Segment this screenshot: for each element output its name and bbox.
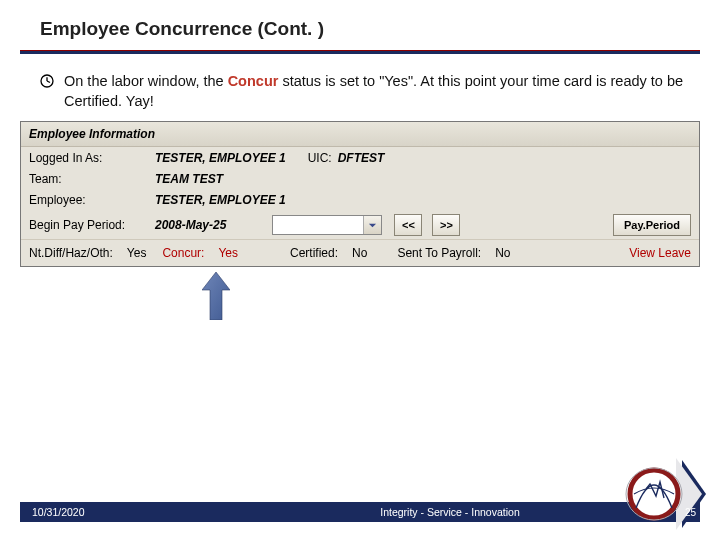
row-logged-in: Logged In As: TESTER, EMPLOYEE 1 UIC: DF… (21, 147, 699, 168)
concur-label: Concur: (162, 246, 204, 260)
pay-period-button[interactable]: Pay.Period (613, 214, 691, 236)
footer-bar: 10/31/2020 Integrity - Service - Innovat… (20, 502, 700, 522)
employee-label: Employee: (29, 193, 149, 207)
payroll-value: No (495, 246, 510, 260)
callout-arrow (202, 272, 230, 320)
pay-period-value: 2008-May-25 (155, 218, 226, 232)
row-team: Team: TEAM TEST (21, 168, 699, 189)
pay-period-dropdown[interactable] (272, 215, 382, 235)
ndh-label: Nt.Diff/Haz/Oth: (29, 246, 113, 260)
dfas-logo (616, 454, 706, 534)
view-leave-link[interactable]: View Leave (629, 246, 691, 260)
ndh-value: Yes (127, 246, 147, 260)
certified-value: No (352, 246, 367, 260)
certified-label: Certified: (290, 246, 338, 260)
employee-info-panel: Employee Information Logged In As: TESTE… (20, 121, 700, 267)
employee-value: TESTER, EMPLOYEE 1 (155, 193, 286, 207)
body-bullet: On the labor window, the Concur status i… (40, 72, 690, 111)
prev-button[interactable]: << (394, 214, 422, 236)
concur-value: Yes (218, 246, 238, 260)
body-area: On the labor window, the Concur status i… (0, 54, 720, 111)
next-button[interactable]: >> (432, 214, 460, 236)
team-value: TEAM TEST (155, 172, 223, 186)
logged-in-value: TESTER, EMPLOYEE 1 (155, 151, 286, 165)
bullet-highlight: Concur (228, 73, 279, 89)
row-pay-period: Begin Pay Period: 2008-May-25 << >> Pay.… (21, 210, 699, 239)
uic-value: DFTEST (338, 151, 385, 165)
bullet-text: On the labor window, the Concur status i… (64, 72, 690, 111)
svg-line-2 (47, 81, 50, 83)
payroll-label: Sent To Payroll: (397, 246, 481, 260)
footer-date: 10/31/2020 (20, 506, 200, 518)
pay-period-label: Begin Pay Period: (29, 218, 149, 232)
uic-label: UIC: (308, 151, 332, 165)
row-employee: Employee: TESTER, EMPLOYEE 1 (21, 189, 699, 210)
team-label: Team: (29, 172, 149, 186)
row-status: Nt.Diff/Haz/Oth: Yes Concur: Yes Certifi… (21, 239, 699, 266)
slide-title: Employee Concurrence (Cont. ) (0, 0, 720, 50)
svg-point-5 (630, 470, 678, 518)
clock-icon (40, 74, 54, 88)
chevron-down-icon[interactable] (363, 216, 381, 234)
arrow-up-icon (202, 272, 230, 320)
bullet-pre: On the labor window, the (64, 73, 228, 89)
logged-in-label: Logged In As: (29, 151, 149, 165)
panel-header: Employee Information (21, 122, 699, 147)
page-number: 25 (685, 507, 696, 518)
